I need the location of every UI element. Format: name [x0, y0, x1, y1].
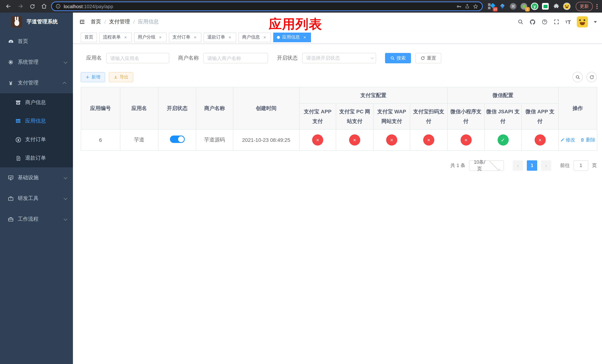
status-toggle[interactable]	[170, 136, 184, 143]
user-avatar[interactable]	[577, 16, 588, 27]
delete-button[interactable]: 删除	[580, 137, 595, 143]
page-title: 应用列表	[269, 16, 322, 33]
tab-refund-order[interactable]: 退款订单 ×	[204, 32, 236, 42]
browser-forward-icon[interactable]	[16, 1, 25, 11]
col-header-alipay-qr: 支付宝扫码支付	[410, 103, 447, 129]
export-button[interactable]: 导出	[109, 72, 133, 82]
sidebar-collapse-icon[interactable]	[79, 19, 86, 25]
app-name-input[interactable]	[106, 53, 169, 63]
extensions-puzzle-icon[interactable]	[552, 3, 560, 10]
breadcrumb-item-home[interactable]: 首页	[91, 19, 101, 25]
sidebar-item-merchant-info[interactable]: 商户信息	[0, 93, 73, 112]
search-icon	[390, 56, 395, 60]
browser-reload-icon[interactable]	[27, 1, 37, 11]
extension-gem-icon[interactable]	[499, 3, 506, 10]
sidebar-item-pay-order[interactable]: 支付订单	[0, 130, 73, 149]
col-header-actions: 操作	[559, 87, 597, 129]
tab-close-icon[interactable]: ×	[302, 35, 307, 40]
help-icon[interactable]	[541, 19, 547, 25]
cell-actions: 修改 删除	[559, 129, 597, 150]
tab-label: 用户分组	[138, 34, 155, 40]
edit-button[interactable]: 修改	[560, 137, 575, 143]
sidebar-item-system-mgmt[interactable]: 系统管理	[0, 52, 73, 73]
sidebar-item-infrastructure[interactable]: 基础设施	[0, 167, 73, 188]
header-search-icon[interactable]	[517, 19, 523, 25]
tab-close-icon[interactable]: ×	[227, 35, 233, 40]
page-size-value: 10条/页	[473, 159, 486, 172]
briefcase-icon	[7, 216, 14, 222]
sidebar-item-home[interactable]: 首页	[0, 31, 73, 52]
extension-command-icon[interactable]: ⌘	[509, 3, 517, 10]
browser-back-icon[interactable]	[4, 1, 13, 11]
merchant-name-input[interactable]	[203, 53, 268, 63]
tab-app-info[interactable]: 应用信息 ×	[273, 32, 311, 42]
fullscreen-icon[interactable]	[553, 19, 559, 25]
chrome-menu-icon[interactable]	[596, 4, 598, 9]
font-size-icon[interactable]: TT	[565, 19, 571, 25]
active-tab-dot	[277, 36, 280, 39]
logo-image	[11, 16, 22, 27]
chrome-update-button[interactable]: 更新	[576, 2, 593, 11]
tab-close-icon[interactable]: ×	[193, 35, 198, 40]
dashboard-icon	[7, 38, 14, 45]
chevron-down-icon	[64, 175, 67, 179]
extension-target-icon[interactable]: 1	[520, 3, 527, 10]
search-form: 应用名 商户名称 开启状态 请选择开启状态 搜索 重置	[81, 53, 597, 63]
extension-badge: 10	[493, 7, 498, 11]
plus-icon	[86, 75, 90, 79]
tab-close-icon[interactable]: ×	[262, 35, 267, 40]
sidebar-item-dev-tools[interactable]: 研发工具	[0, 188, 73, 209]
toggle-search-button[interactable]	[572, 72, 583, 82]
next-page-button[interactable]: ›	[541, 160, 551, 171]
document-icon	[15, 155, 22, 161]
group-header-wechat: 微信配置	[447, 87, 559, 103]
tab-label: 流程表单	[103, 34, 121, 40]
tab-process-form[interactable]: 流程表单 ×	[99, 32, 132, 42]
address-bar[interactable]: localhost:1024/pay/app	[51, 1, 483, 11]
cell-wechat-app: ×	[521, 129, 559, 150]
tab-close-icon[interactable]: ×	[123, 35, 128, 40]
sidebar-item-workflow[interactable]: 工作流程	[0, 209, 73, 230]
github-icon[interactable]	[529, 19, 536, 25]
user-menu-caret-icon[interactable]	[594, 21, 597, 23]
password-key-icon[interactable]	[456, 3, 462, 9]
yen-icon: ¥	[7, 80, 14, 86]
share-icon[interactable]	[465, 4, 470, 9]
page-number-1[interactable]: 1	[527, 160, 537, 171]
goto-page-input[interactable]	[573, 160, 588, 171]
tab-pay-order[interactable]: 支付订单 ×	[169, 32, 201, 42]
tab-label: 支付订单	[172, 34, 190, 40]
bookmark-star-icon[interactable]	[473, 3, 478, 9]
prev-page-button[interactable]: ‹	[513, 160, 523, 171]
sidebar-item-payment-mgmt[interactable]: ¥ 支付管理	[0, 73, 73, 93]
fail-status-icon: ×	[423, 134, 434, 146]
search-button[interactable]: 搜索	[385, 53, 411, 63]
url-text[interactable]: localhost:1024/pay/app	[64, 3, 453, 9]
sidebar-item-app-info[interactable]: 应用信息	[0, 112, 73, 130]
tab-user-group[interactable]: 用户分组 ×	[134, 32, 167, 42]
add-button[interactable]: 新增	[81, 72, 105, 82]
col-header-app-name: 应用名	[120, 87, 158, 129]
col-header-wechat-mini: 微信小程序支付	[447, 103, 484, 129]
table-toolbar: 新增 导出	[81, 72, 597, 82]
breadcrumb-item-payment[interactable]: 支付管理	[109, 19, 130, 25]
tab-home[interactable]: 首页	[81, 32, 97, 42]
profile-avatar-icon[interactable]	[563, 3, 570, 10]
col-header-alipay-pc: 支付宝 PC 网站支付	[336, 103, 373, 129]
sidebar-logo[interactable]: 芋道管理系统	[0, 13, 73, 31]
browser-home-icon[interactable]	[39, 1, 49, 11]
reset-button[interactable]: 重置	[415, 53, 441, 63]
status-select[interactable]: 请选择开启状态	[302, 53, 376, 63]
tab-close-icon[interactable]: ×	[158, 35, 163, 40]
sidebar-item-label: 支付管理	[18, 80, 60, 86]
refresh-button[interactable]	[586, 72, 597, 82]
page-size-select[interactable]: 10条/页	[469, 160, 504, 171]
tab-merchant-info[interactable]: 商户信息 ×	[238, 32, 271, 42]
sidebar-item-label: 退款订单	[25, 155, 46, 161]
fail-status-icon: ×	[460, 134, 472, 146]
extension-blue-diamond-icon[interactable]: 10	[488, 3, 495, 10]
extension-chat-icon[interactable]	[542, 3, 549, 10]
sidebar-item-refund-order[interactable]: 退款订单	[0, 149, 73, 167]
extension-y-icon[interactable]: y	[531, 3, 538, 10]
site-info-icon[interactable]	[55, 4, 61, 9]
